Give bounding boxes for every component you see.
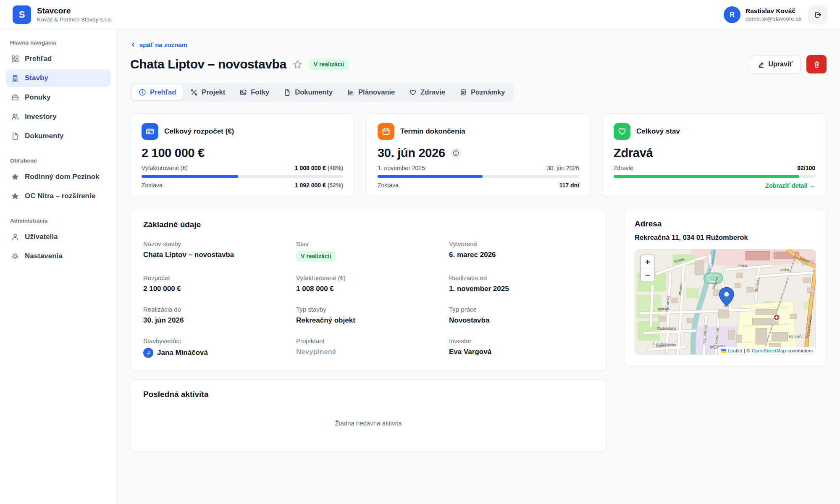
map[interactable]: + − bbox=[635, 249, 816, 355]
map-label: Laziny bbox=[653, 341, 667, 346]
image-icon bbox=[239, 89, 247, 96]
sidebar-item-fav-oc-nitra[interactable]: OC Nitra – rozšírenie bbox=[6, 187, 110, 205]
status-badge: V realizácii bbox=[296, 251, 336, 262]
field-stavbyveduci: Stavbyvedúci JJana Mináčová bbox=[143, 337, 288, 358]
budget-progress-track bbox=[142, 175, 343, 178]
calendar-icon bbox=[378, 123, 394, 140]
deadline-progress-track bbox=[378, 175, 579, 178]
tab-bar: Prehľad Projekt Fotky Dokumenty Plánovan… bbox=[130, 83, 514, 102]
sidebar-item-stavby[interactable]: Stavby bbox=[6, 69, 110, 87]
sidebar-item-label: Užívatelia bbox=[25, 233, 58, 241]
health-card: Celkový stav Zdravá Zdravie 92/100 Zobra… bbox=[602, 113, 827, 197]
leaflet-link[interactable]: Leaflet bbox=[728, 348, 743, 353]
user-name: Rastislav Kováč bbox=[746, 7, 801, 15]
map-zoom-in-button[interactable]: + bbox=[641, 255, 654, 268]
basic-info-card: Základné údaje Názov stavbyChata Liptov … bbox=[130, 209, 606, 371]
sidebar-item-label: Prehľad bbox=[25, 55, 52, 63]
field-vytvorene: Vytvorené6. marec 2026 bbox=[449, 240, 593, 262]
map-zoom-out-button[interactable]: − bbox=[641, 268, 654, 281]
trash-icon bbox=[813, 60, 821, 68]
field-typ-stavby: Typ stavbyRekreačný objekt bbox=[296, 306, 441, 325]
gantt-icon bbox=[347, 89, 354, 96]
tab-planovanie[interactable]: Plánovanie bbox=[340, 84, 402, 100]
notes-icon bbox=[459, 89, 467, 96]
heart-icon bbox=[614, 123, 630, 140]
dashboard-icon bbox=[11, 55, 19, 63]
tab-prehlad[interactable]: Prehľad bbox=[132, 84, 183, 100]
empty-activity-text: Žiadna nedávna aktivita bbox=[131, 420, 606, 427]
top-header: S Stavcore Kováč & Partneri Stavby s.r.o… bbox=[0, 0, 840, 29]
user-email: demo.sk@stavcore.sk bbox=[746, 16, 801, 22]
tab-dokumenty[interactable]: Dokumenty bbox=[277, 84, 339, 100]
health-card-title: Celkový stav bbox=[636, 127, 680, 136]
leaflet-flag-icon bbox=[721, 349, 726, 353]
sidebar-section-title: Obľúbené bbox=[10, 158, 106, 164]
sidebar-section-title: Administrácia bbox=[10, 218, 106, 224]
budget-value: 2 100 000 € bbox=[142, 146, 343, 160]
user-avatar: R bbox=[724, 6, 740, 23]
sidebar-item-uzivatelia[interactable]: Užívatelia bbox=[6, 228, 110, 246]
days-remaining-value: 117 dní bbox=[559, 182, 579, 189]
health-progress-fill bbox=[614, 175, 799, 178]
site-manager-avatar: J bbox=[143, 348, 153, 358]
basic-info-title: Základné údaje bbox=[143, 220, 593, 229]
sidebar-section-title: Hlavná navigácia bbox=[10, 39, 106, 46]
deadline-card: Termín dokončenia 30. jún 2026 1. novemb… bbox=[366, 113, 591, 197]
user-icon bbox=[11, 233, 19, 241]
field-realizacia-do: Realizácia do30. jún 2026 bbox=[143, 306, 288, 325]
edit-button[interactable]: Upraviť bbox=[750, 55, 801, 74]
tab-zdravie[interactable]: Zdravie bbox=[402, 84, 452, 100]
budget-card: Celkový rozpočet (€) 2 100 000 € Vyfaktu… bbox=[130, 113, 354, 197]
health-value: Zdravá bbox=[614, 146, 815, 160]
sidebar-item-label: Investory bbox=[25, 113, 57, 121]
logout-button[interactable] bbox=[808, 5, 827, 24]
deadline-progress-fill bbox=[378, 175, 483, 178]
page-title: Chata Liptov – novostavba bbox=[130, 57, 286, 71]
address-title: Adresa bbox=[635, 219, 816, 228]
user-info: R Rastislav Kováč demo.sk@stavcore.sk bbox=[724, 6, 801, 23]
sidebar-item-ponuky[interactable]: Ponuky bbox=[6, 89, 110, 106]
deadline-card-title: Termín dokončenia bbox=[400, 127, 465, 136]
back-to-list-link[interactable]: späť na zoznam bbox=[130, 41, 187, 48]
tab-projekt[interactable]: Projekt bbox=[184, 84, 232, 100]
remaining-value: 1 092 000 € bbox=[295, 182, 326, 189]
building-icon bbox=[11, 74, 19, 82]
tools-icon bbox=[190, 89, 198, 96]
field-rozpocet: Rozpočet2 100 000 € bbox=[143, 274, 288, 293]
sidebar-item-label: Stavby bbox=[25, 74, 48, 82]
days-remaining-label: Zostáva bbox=[378, 182, 399, 189]
map-zoom-control: + − bbox=[640, 255, 655, 282]
sidebar: Hlavná navigácia Prehľad Stavby Ponuky I… bbox=[0, 29, 117, 504]
sidebar-item-investory[interactable]: Investory bbox=[6, 108, 110, 126]
info-circle-icon[interactable] bbox=[450, 147, 462, 159]
map-label: Polná bbox=[780, 268, 789, 272]
show-detail-link[interactable]: Zobraziť detail → bbox=[614, 182, 815, 189]
sidebar-item-label: Dokumenty bbox=[25, 132, 64, 140]
tab-fotky[interactable]: Fotky bbox=[233, 84, 276, 100]
field-typ-prace: Typ práceNovostavba bbox=[449, 306, 593, 325]
info-icon bbox=[139, 89, 146, 96]
openstreetmap-link[interactable]: OpenStreetMap bbox=[752, 348, 786, 353]
last-activity-card: Posledná aktivita Žiadna nedávna aktivit… bbox=[130, 379, 606, 452]
star-icon bbox=[11, 173, 19, 181]
budget-card-title: Celkový rozpočet (€) bbox=[164, 127, 234, 136]
sidebar-item-nastavenia[interactable]: Nastavenia bbox=[6, 247, 110, 265]
sidebar-item-label: Rodinný dom Pezinok bbox=[25, 173, 100, 181]
address-value: Rekreačná 11, 034 01 Ružomberok bbox=[635, 234, 816, 242]
app-name: Stavcore bbox=[37, 6, 112, 16]
field-realizacia-od: Realizácia od1. november 2025 bbox=[449, 274, 593, 293]
sidebar-item-prehlad[interactable]: Prehľad bbox=[6, 50, 110, 68]
tab-poznamky[interactable]: Poznámky bbox=[453, 84, 512, 100]
last-activity-title: Posledná aktivita bbox=[143, 390, 593, 399]
sidebar-item-dokumenty[interactable]: Dokumenty bbox=[6, 127, 110, 145]
delete-button[interactable] bbox=[806, 55, 827, 74]
star-icon bbox=[11, 192, 19, 200]
health-score: 92/100 bbox=[797, 165, 815, 171]
gear-icon bbox=[11, 252, 19, 260]
deadline-value: 30. jún 2026 bbox=[378, 146, 445, 160]
sidebar-item-fav-rodinny-dom[interactable]: Rodinný dom Pezinok bbox=[6, 168, 110, 186]
address-card: Adresa Rekreačná 11, 034 01 Ružomberok +… bbox=[624, 209, 827, 366]
favorite-star-icon[interactable] bbox=[293, 60, 302, 69]
deadline-start-date: 1. november 2025 bbox=[378, 165, 425, 171]
briefcase-icon bbox=[11, 93, 19, 102]
